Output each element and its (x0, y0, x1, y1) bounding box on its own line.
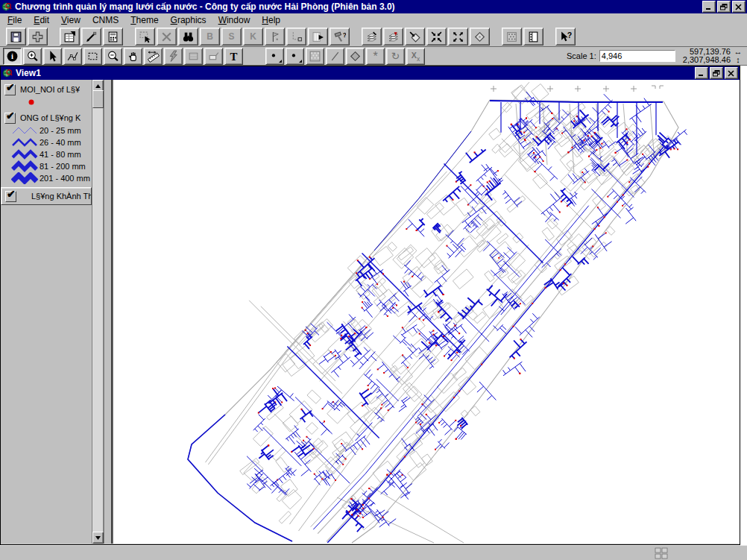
zoom-out-fixed-button[interactable] (448, 28, 468, 45)
plus-icon (31, 31, 44, 43)
callout-tool-button[interactable] (204, 48, 223, 65)
fill-select-tool-button[interactable] (184, 48, 203, 65)
menu-help[interactable]: Help (256, 14, 286, 26)
menu-view[interactable]: View (55, 14, 86, 26)
close-button[interactable] (732, 1, 746, 13)
pattern-tool-button[interactable] (502, 28, 522, 45)
snap-tool-button[interactable]: * (366, 48, 385, 65)
xy-tool-button[interactable]: X x (406, 48, 425, 65)
diamond-icon (473, 31, 486, 43)
zoom-active-theme-button[interactable] (383, 28, 403, 45)
select-features-button[interactable] (135, 28, 155, 45)
view-close-button[interactable] (725, 67, 738, 79)
zoom-selected-button[interactable] (405, 28, 425, 45)
layer-stack-icon (365, 31, 378, 43)
open-table-button[interactable] (60, 28, 80, 45)
theme-luong-khanh-thien[interactable]: ✔ L§¥ng KhÀnh Th (1, 187, 92, 205)
clear-x-icon (160, 31, 173, 43)
find-button[interactable] (178, 28, 198, 45)
help-button[interactable]: ? (555, 28, 576, 45)
svg-text:x: x (417, 54, 420, 62)
menu-window[interactable]: Window (212, 14, 256, 26)
corner-trace-icon (290, 31, 303, 43)
tool-s-button[interactable]: S (221, 28, 242, 45)
view-minimize-button[interactable] (695, 67, 708, 79)
view-titlebar[interactable]: View1 (1, 66, 740, 80)
trace-tool-button[interactable] (286, 28, 306, 45)
menu-theme[interactable]: Theme (125, 14, 164, 26)
restore-icon (720, 4, 728, 10)
pan-tool-button[interactable] (124, 48, 142, 65)
svg-text:i: i (11, 52, 13, 60)
scrollbar-thumb[interactable] (92, 90, 104, 108)
zoom-in-tool-button[interactable] (23, 48, 42, 65)
measure-tool-button[interactable] (144, 48, 163, 65)
tile-grid-icon[interactable] (655, 547, 668, 559)
asterisk-icon: * (369, 50, 382, 63)
hatched-rect-icon (187, 50, 200, 63)
polygon-tool-button[interactable] (346, 48, 365, 65)
save-button[interactable] (6, 28, 26, 45)
edit-tool-button[interactable] (81, 28, 101, 45)
rotate-tool-button[interactable]: ↻ (386, 48, 405, 65)
menu-file[interactable]: File (1, 14, 28, 26)
calculator-button[interactable] (103, 28, 123, 45)
theme-ong[interactable]: ✔ ONG of L§¥ng K (1, 111, 92, 125)
theme-moi-noi[interactable]: ✔ MOI_NOI of L§¥ (1, 83, 92, 96)
pointer-tool-button[interactable] (43, 48, 62, 65)
toc-scrollbar[interactable] (92, 80, 103, 544)
toc-map-splitter[interactable] (103, 80, 113, 544)
text-tool-button[interactable]: T (224, 48, 243, 65)
add-theme-button[interactable] (28, 28, 48, 45)
view-restore-button[interactable] (710, 67, 723, 79)
theme-label: L§¥ng KhÀnh Th (31, 192, 91, 201)
scroll-down-button[interactable] (92, 532, 104, 544)
flag-tool-button[interactable] (265, 28, 285, 45)
theme-checkbox[interactable]: ✔ (5, 191, 16, 202)
zoom-out-tool-button[interactable] (104, 48, 122, 65)
text-icon: T (227, 50, 240, 63)
letter-k-icon: K (250, 31, 256, 42)
point-tool-2-button[interactable] (286, 48, 304, 65)
select-box-tool-button[interactable] (83, 48, 102, 65)
legend-class-label: 201 - 400 mm (40, 174, 90, 183)
theme-checkbox[interactable]: ✔ (4, 84, 16, 95)
menu-cnms[interactable]: CNMS (86, 14, 125, 26)
line-icon (329, 50, 341, 63)
svg-text:*: * (373, 50, 377, 63)
zoom-in-fixed-button[interactable] (426, 28, 447, 45)
theme-checkbox[interactable]: ✔ (4, 113, 16, 124)
clear-selection-button[interactable] (157, 28, 177, 45)
legend-class-label: 20 - 25 mm (40, 126, 81, 135)
pattern-fill-tool-button[interactable] (306, 48, 324, 65)
legend-class-row: 201 - 400 mm (1, 172, 92, 184)
scale-input[interactable] (599, 50, 675, 62)
select-region-icon (139, 31, 151, 43)
table-query-button[interactable] (308, 28, 328, 45)
legend-class-row: 41 - 80 mm (1, 148, 92, 160)
menu-edit[interactable]: Edit (28, 14, 55, 26)
point-tool-button[interactable] (265, 48, 284, 65)
restore-button[interactable] (717, 1, 731, 13)
tool-b-button[interactable]: B (200, 28, 220, 45)
identify-tool-button[interactable]: i (3, 48, 22, 65)
callout-rect-icon (207, 50, 220, 63)
hotlink-tool-button[interactable] (164, 48, 183, 65)
legend-class-row: 20 - 25 mm (1, 125, 92, 136)
zoom-previous-button[interactable] (470, 28, 490, 45)
minimize-button[interactable] (702, 1, 716, 13)
table-icon (63, 31, 76, 43)
legend-editor-button[interactable] (523, 28, 543, 45)
app-titlebar: Chương trình quản lý mạng lưới cấp nước … (0, 0, 747, 13)
tool-k-button[interactable]: K (243, 28, 263, 45)
junction-dot-icon (28, 98, 35, 106)
map-canvas[interactable] (113, 80, 740, 544)
toolbar-main: B S K (0, 27, 747, 47)
repair-tool-button[interactable]: ? (330, 28, 350, 45)
vertex-edit-tool-button[interactable] (63, 48, 82, 65)
hammer-question-icon: ? (333, 31, 346, 43)
view-window: View1 (0, 66, 740, 545)
line-tool-button[interactable] (326, 48, 344, 65)
menu-graphics[interactable]: Graphics (165, 14, 212, 26)
zoom-full-extent-button[interactable] (362, 28, 382, 45)
